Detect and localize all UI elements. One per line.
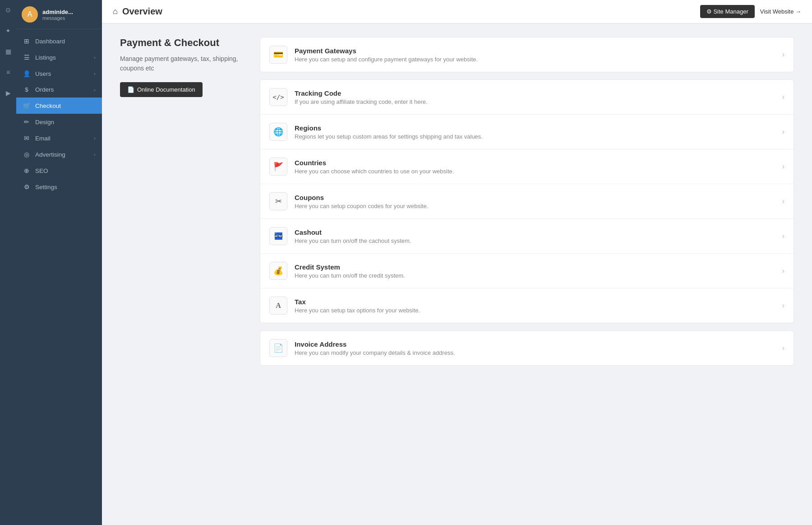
card-item-title: Regions	[295, 124, 775, 132]
card-item-title: Cashout	[295, 228, 775, 236]
icon-bar-item-3[interactable]: ▦	[2, 45, 14, 58]
sidebar-nav: ⊞ Dashboard ☰ Listings › 👤 Users › $ Ord…	[16, 29, 102, 525]
countries-icon: 🚩	[269, 158, 287, 176]
cashout-icon: 🏧	[269, 227, 287, 245]
listings-icon: ☰	[23, 54, 31, 61]
topbar-right: ⚙ Site Manager Visit Website →	[700, 5, 801, 18]
card-item-text: Credit System Here you can turn on/off t…	[295, 263, 775, 279]
card-item-title: Tracking Code	[295, 89, 775, 97]
chevron-icon: ›	[94, 71, 96, 76]
sidebar-item-email[interactable]: ✉ Email ›	[16, 130, 102, 146]
sidebar-item-dashboard[interactable]: ⊞ Dashboard	[16, 33, 102, 49]
card-item-regions[interactable]: 🌐 Regions Regions let you setup custom a…	[260, 115, 794, 149]
seo-icon: ⊕	[23, 167, 31, 174]
card-item-text: Cashout Here you can turn on/off the cac…	[295, 228, 775, 244]
card-item-cashout[interactable]: 🏧 Cashout Here you can turn on/off the c…	[260, 219, 794, 254]
card-item-title: Credit System	[295, 263, 775, 271]
sidebar-item-label: Users	[35, 70, 51, 77]
card-item-invoice-address[interactable]: 📄 Invoice Address Here you can modify yo…	[260, 331, 794, 365]
card-item-desc: Here you can turn on/off the credit syst…	[295, 272, 775, 279]
sidebar-item-label: Dashboard	[35, 38, 65, 45]
card-item-text: Regions Regions let you setup custom are…	[295, 124, 775, 140]
sidebar-messages: messages	[42, 15, 73, 21]
sidebar-item-label: Listings	[35, 54, 56, 61]
icon-bar-item-1[interactable]: ⊙	[2, 4, 14, 16]
chevron-right-icon: ›	[782, 128, 784, 136]
card-item-tracking-code[interactable]: </> Tracking Code If you are using affil…	[260, 80, 794, 115]
icon-bar: ⊙ ✦ ▦ ≡ ▶	[0, 0, 16, 525]
main-area: ⌂ Overview ⚙ Site Manager Visit Website …	[102, 0, 812, 525]
section-heading: Payment & Checkout	[120, 37, 246, 49]
sidebar-user-info: adminide... messages	[42, 9, 73, 21]
settings-icon: ⚙	[23, 183, 31, 190]
chevron-right-icon: ›	[782, 302, 784, 310]
sidebar-item-label: Advertising	[35, 151, 65, 158]
card-item-text: Payment Gateways Here you can setup and …	[295, 47, 775, 63]
sidebar-item-label: SEO	[35, 167, 48, 174]
sidebar: A adminide... messages ⊞ Dashboard ☰ Lis…	[16, 0, 102, 525]
sidebar-item-users[interactable]: 👤 Users ›	[16, 65, 102, 82]
chevron-icon: ›	[94, 135, 96, 141]
sidebar-item-label: Orders	[35, 86, 54, 93]
section-description: Manage payment gateways, tax, shipping, …	[120, 54, 246, 73]
card-item-title: Invoice Address	[295, 340, 775, 348]
orders-icon: $	[23, 86, 31, 93]
card-group-1: 💳 Payment Gateways Here you can setup an…	[260, 37, 794, 72]
card-item-desc: Here you can setup and configure payment…	[295, 56, 775, 63]
icon-bar-item-4[interactable]: ≡	[2, 66, 14, 79]
chevron-right-icon: ›	[782, 232, 784, 240]
online-documentation-button[interactable]: 📄 Online Documentation	[120, 82, 203, 97]
sidebar-item-label: Design	[35, 119, 54, 125]
users-icon: 👤	[23, 70, 31, 77]
card-item-desc: Regions let you setup custom areas for s…	[295, 133, 775, 140]
chevron-right-icon: ›	[782, 267, 784, 275]
sidebar-item-checkout[interactable]: 🛒 Checkout	[16, 98, 102, 114]
sidebar-username: adminide...	[42, 9, 73, 15]
card-item-text: Tracking Code If you are using affiliate…	[295, 89, 775, 105]
chevron-icon: ›	[94, 87, 96, 93]
icon-bar-item-5[interactable]: ▶	[2, 87, 14, 99]
card-item-desc: If you are using affiliate tracking code…	[295, 98, 775, 105]
payment-gateways-icon: 💳	[269, 46, 287, 64]
chevron-icon: ›	[94, 55, 96, 60]
card-item-coupons[interactable]: ✂ Coupons Here you can setup coupon code…	[260, 184, 794, 219]
left-panel: Payment & Checkout Manage payment gatewa…	[120, 37, 246, 511]
sidebar-item-listings[interactable]: ☰ Listings ›	[16, 49, 102, 65]
dashboard-icon: ⊞	[23, 37, 31, 45]
chevron-right-icon: ›	[782, 197, 784, 205]
avatar: A	[22, 6, 38, 23]
card-item-countries[interactable]: 🚩 Countries Here you can choose which co…	[260, 149, 794, 184]
card-item-payment-gateways[interactable]: 💳 Payment Gateways Here you can setup an…	[260, 37, 794, 72]
card-group-3: 📄 Invoice Address Here you can modify yo…	[260, 330, 794, 366]
content: Payment & Checkout Manage payment gatewa…	[102, 23, 812, 525]
sidebar-item-advertising[interactable]: ◎ Advertising ›	[16, 146, 102, 163]
checkout-icon: 🛒	[23, 102, 31, 109]
card-item-credit-system[interactable]: 💰 Credit System Here you can turn on/off…	[260, 254, 794, 288]
chevron-right-icon: ›	[782, 163, 784, 171]
card-item-text: Invoice Address Here you can modify your…	[295, 340, 775, 356]
card-item-text: Coupons Here you can setup coupon codes …	[295, 194, 775, 209]
sidebar-item-label: Settings	[35, 184, 57, 190]
topbar-left: ⌂ Overview	[113, 6, 162, 17]
sidebar-item-seo[interactable]: ⊕ SEO	[16, 163, 102, 179]
credit-system-icon: 💰	[269, 262, 287, 280]
sidebar-item-settings[interactable]: ⚙ Settings	[16, 179, 102, 195]
card-item-title: Countries	[295, 159, 775, 167]
card-item-desc: Here you can turn on/off the cachout sys…	[295, 237, 775, 244]
card-item-title: Coupons	[295, 194, 775, 201]
sidebar-item-design[interactable]: ✏ Design	[16, 114, 102, 130]
icon-bar-item-2[interactable]: ✦	[2, 24, 14, 37]
card-item-desc: Here you can setup tax options for your …	[295, 307, 775, 314]
sidebar-item-label: Email	[35, 135, 51, 142]
regions-icon: 🌐	[269, 123, 287, 141]
card-group-2: </> Tracking Code If you are using affil…	[260, 79, 794, 323]
tax-icon: A	[269, 297, 287, 315]
site-manager-button[interactable]: ⚙ Site Manager	[700, 5, 755, 18]
visit-website-button[interactable]: Visit Website →	[760, 8, 801, 15]
topbar: ⌂ Overview ⚙ Site Manager Visit Website …	[102, 0, 812, 23]
sidebar-item-orders[interactable]: $ Orders ›	[16, 82, 102, 98]
chevron-icon: ›	[94, 152, 96, 157]
coupons-icon: ✂	[269, 192, 287, 210]
home-icon: ⌂	[113, 7, 118, 16]
card-item-tax[interactable]: A Tax Here you can setup tax options for…	[260, 288, 794, 323]
